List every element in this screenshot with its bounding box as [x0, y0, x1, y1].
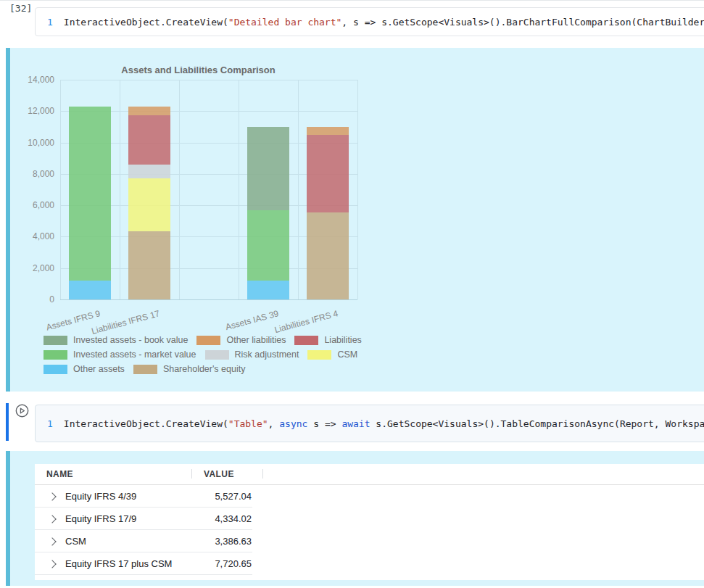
y-axis-tick-label: 2,000 — [10, 263, 54, 273]
code-token-plain: s.GetScope<Visuals>().TableComparisonAsy… — [370, 418, 704, 429]
row-expand-chevron-icon[interactable] — [48, 537, 56, 545]
legend-swatch — [44, 365, 67, 374]
row-expand-chevron-icon[interactable] — [48, 560, 56, 568]
column-resize-handle[interactable] — [191, 469, 192, 479]
legend-item[interactable]: Invested assets - market value — [44, 349, 196, 360]
code-token-plain: , — [268, 418, 280, 429]
legend-item[interactable]: Other assets — [44, 364, 125, 374]
legend-label: Shareholder's equity — [163, 364, 246, 374]
execution-count: [32] — [9, 3, 32, 14]
table-row[interactable]: Equity IFRS 4/395,527.04 — [35, 485, 704, 508]
chart-title: Assets and Liabilities Comparison — [10, 65, 386, 75]
code-token-keyword: async — [279, 418, 307, 429]
gridline-vertical — [239, 80, 239, 299]
legend-label: Invested assets - market value — [73, 349, 196, 360]
legend-item[interactable]: CSM — [307, 349, 357, 360]
play-icon — [15, 404, 29, 418]
run-cell-button[interactable] — [15, 404, 29, 418]
row-name: CSM — [65, 536, 86, 547]
bar-segment[interactable] — [128, 107, 170, 115]
legend-swatch — [133, 365, 157, 374]
output-area-table: NAME VALUE Equity IFRS 4/395,527.04Equit… — [6, 451, 704, 586]
y-axis-tick-label: 4,000 — [10, 231, 54, 241]
y-axis-tick-label: 0 — [10, 294, 54, 305]
legend-label: CSM — [337, 349, 357, 360]
bar-segment[interactable] — [128, 231, 170, 299]
legend-item[interactable]: Liabilities — [294, 335, 361, 345]
bar-segment[interactable] — [247, 127, 289, 210]
code-line: InteractiveObject.CreateView("Detailed b… — [64, 17, 704, 28]
row-expand-chevron-icon[interactable] — [48, 515, 56, 523]
legend-swatch — [294, 336, 318, 345]
column-header-value[interactable]: VALUE — [204, 469, 234, 479]
code-token-string: "Table" — [228, 418, 268, 429]
bar-segment[interactable] — [307, 127, 349, 135]
gridline-vertical — [120, 80, 120, 299]
gridline-vertical — [60, 80, 61, 299]
output-area-chart: Assets and Liabilities Comparison Invest… — [6, 48, 704, 392]
legend-label: Other assets — [73, 364, 125, 374]
bar-segment[interactable] — [69, 107, 111, 281]
table-header-row: NAME VALUE — [35, 464, 704, 485]
bar-segment[interactable] — [307, 212, 349, 299]
table-row[interactable]: Equity IFRS 17/94,334.02 — [35, 508, 704, 530]
code-line: InteractiveObject.CreateView("Table", as… — [64, 418, 704, 429]
y-axis-tick-label: 8,000 — [10, 169, 54, 179]
bar-segment[interactable] — [307, 135, 349, 212]
legend-label: Liabilities — [324, 335, 361, 345]
row-value: 7,720.65 — [155, 558, 252, 569]
row-divider — [35, 574, 252, 575]
bar-segment[interactable] — [247, 210, 289, 281]
notebook-page: { "cell1": { "execution_count": "[32]", … — [0, 0, 704, 588]
y-axis-tick-label: 14,000 — [10, 75, 54, 85]
y-axis-tick-label: 10,000 — [10, 138, 54, 148]
code-token-keyword: await — [341, 418, 370, 429]
gridline-vertical — [179, 80, 180, 299]
row-expand-chevron-icon[interactable] — [48, 492, 56, 500]
row-name: Equity IFRS 4/39 — [65, 491, 136, 502]
legend-swatch — [44, 350, 67, 360]
gridline-vertical — [357, 80, 358, 299]
page-top-divider — [0, 0, 704, 1]
code-token-plain: s => — [307, 418, 341, 429]
results-table: NAME VALUE Equity IFRS 4/395,527.04Equit… — [35, 464, 704, 580]
cell-selection-indicator — [6, 403, 9, 441]
bar-segment[interactable] — [69, 281, 111, 299]
column-resize-handle[interactable] — [262, 469, 263, 479]
code-token-string: "Detailed bar chart" — [228, 17, 342, 28]
line-number: 1 — [47, 418, 53, 429]
line-number: 1 — [47, 17, 53, 28]
y-axis-tick-label: 12,000 — [10, 106, 54, 116]
code-token-plain: , s => s.GetScope<Visuals>().BarChartFul… — [341, 17, 704, 28]
bar-segment[interactable] — [247, 281, 289, 299]
legend-label: Risk adjustment — [235, 349, 299, 360]
row-value: 5,527.04 — [155, 491, 252, 502]
row-name: Equity IFRS 17/9 — [65, 513, 136, 524]
code-token-plain: InteractiveObject.CreateView( — [64, 418, 228, 429]
code-token-plain: InteractiveObject.CreateView( — [64, 17, 228, 28]
legend-item[interactable]: Risk adjustment — [205, 349, 299, 360]
row-value: 4,334.02 — [155, 513, 252, 524]
y-axis-tick-label: 6,000 — [10, 200, 54, 210]
bar-segment[interactable] — [128, 178, 170, 231]
code-cell-editor-1[interactable]: 1 InteractiveObject.CreateView("Detailed… — [35, 7, 704, 36]
bar-segment[interactable] — [128, 165, 170, 178]
bar-chart: Assets and Liabilities Comparison Invest… — [10, 48, 704, 392]
table-row[interactable]: Equity IFRS 17 plus CSM7,720.65 — [35, 552, 704, 575]
table-body: Equity IFRS 4/395,527.04Equity IFRS 17/9… — [35, 485, 704, 575]
gridline-horizontal — [60, 80, 357, 80]
column-header-name[interactable]: NAME — [46, 469, 73, 479]
gridline-vertical — [298, 80, 299, 299]
row-value: 3,386.63 — [155, 536, 252, 547]
bar-segment[interactable] — [128, 115, 170, 165]
table-row[interactable]: CSM3,386.63 — [35, 530, 704, 552]
gridline-horizontal — [60, 299, 357, 300]
legend-swatch — [307, 350, 331, 360]
legend-item[interactable]: Shareholder's equity — [133, 364, 246, 374]
code-cell-editor-2[interactable]: 1 InteractiveObject.CreateView("Table", … — [35, 405, 704, 442]
